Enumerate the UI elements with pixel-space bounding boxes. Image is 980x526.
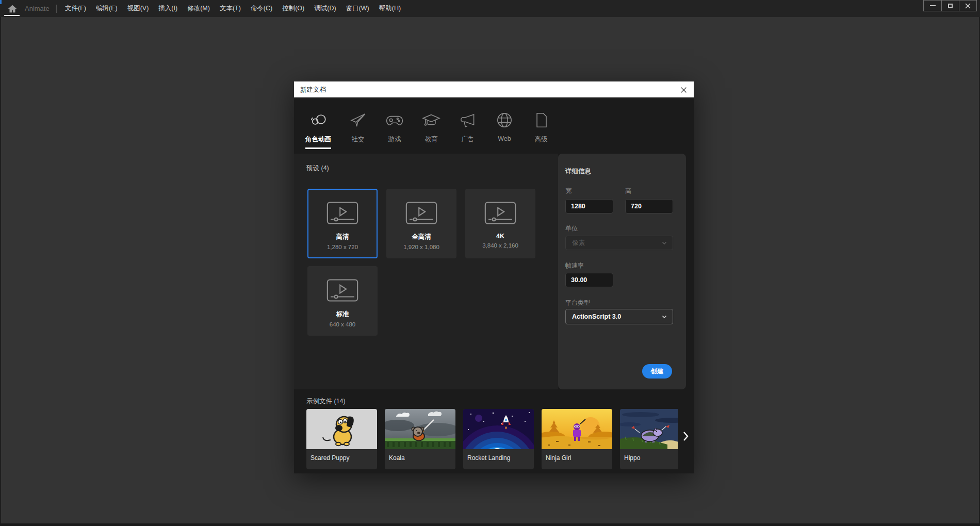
sample-name: Ninja Girl [546, 454, 612, 462]
sample-koala[interactable]: Koala [385, 409, 455, 469]
tab-advanced[interactable]: 高级 [531, 110, 551, 154]
megaphone-icon [458, 110, 478, 130]
window-corner-accent [0, 0, 2, 4]
sample-hippo[interactable]: Hippo [620, 409, 678, 469]
menu-item-window[interactable]: 窗口(W) [345, 0, 370, 17]
sample-rocket-landing[interactable]: Rocket Landing [463, 409, 534, 469]
dialog-content: 预设 (4) 高清 1,280 x 720 [294, 154, 694, 389]
platform-dropdown[interactable]: ActionScript 3.0 [565, 309, 673, 324]
minimize-icon [930, 5, 936, 6]
unit-label: 单位 [565, 224, 578, 233]
preset-name: 标准 [336, 310, 349, 319]
chevron-down-icon [661, 314, 667, 320]
video-preset-icon [326, 279, 358, 302]
details-panel: 详细信息 宽 高 单位 像素 帧速率 平台类型 ActionScript 3.0 [558, 154, 686, 389]
close-icon [965, 3, 971, 9]
preset-hd[interactable]: 高清 1,280 x 720 [307, 189, 378, 258]
menu-item-debug[interactable]: 调试(D) [313, 0, 337, 17]
menu-item-help[interactable]: 帮助(H) [378, 0, 402, 17]
preset-dimensions: 1,280 x 720 [327, 244, 358, 250]
tab-label: 广告 [462, 135, 475, 144]
main-menu: 文件(F) 编辑(E) 视图(V) 插入(I) 修改(M) 文本(T) 命令(C… [64, 0, 402, 17]
menu-item-control[interactable]: 控制(O) [281, 0, 305, 17]
ninja-girl-thumbnail [542, 409, 612, 449]
menu-item-modify[interactable]: 修改(M) [186, 0, 211, 17]
height-label: 高 [625, 187, 631, 195]
document-icon [531, 110, 551, 130]
platform-value: ActionScript 3.0 [572, 313, 621, 320]
presets-heading: 预设 (4) [306, 164, 329, 173]
framerate-label: 帧速率 [565, 261, 584, 270]
tab-web[interactable]: Web [495, 110, 514, 154]
tab-character-animation[interactable]: 角色动画 [305, 110, 331, 154]
samples-next-button[interactable] [680, 430, 691, 443]
tab-ads[interactable]: 广告 [458, 110, 478, 154]
category-tabs: 角色动画 社交 游戏 [294, 98, 694, 154]
menu-separator [56, 5, 57, 13]
tab-active-underline [305, 147, 331, 149]
maximize-button[interactable] [941, 1, 959, 11]
preset-full-hd[interactable]: 全高清 1,920 x 1,080 [386, 189, 456, 258]
menu-item-file[interactable]: 文件(F) [64, 0, 87, 17]
app-title: Animate [25, 0, 50, 17]
preset-dimensions: 640 x 480 [330, 321, 356, 327]
menu-item-insert[interactable]: 插入(I) [157, 0, 178, 17]
tab-education[interactable]: 教育 [421, 110, 441, 154]
tab-label: 教育 [425, 135, 438, 144]
unit-dropdown[interactable]: 像素 [565, 236, 673, 250]
preset-4k[interactable]: 4K 3,840 x 2,160 [465, 189, 535, 258]
menu-item-edit[interactable]: 编辑(E) [95, 0, 119, 17]
minimize-button[interactable] [924, 1, 941, 11]
dialog-title: 新建文档 [300, 81, 326, 98]
platform-label: 平台类型 [565, 299, 590, 307]
close-window-button[interactable] [959, 1, 976, 11]
sample-name: Hippo [624, 454, 678, 462]
menu-item-command[interactable]: 命令(C) [250, 0, 273, 17]
create-button[interactable]: 创建 [642, 364, 672, 379]
preset-dimensions: 3,840 x 2,160 [482, 242, 518, 249]
tab-label: 角色动画 [305, 135, 331, 144]
width-label: 宽 [565, 187, 571, 195]
window-edge [0, 17, 1, 526]
video-preset-icon [484, 202, 516, 224]
video-preset-icon [326, 202, 358, 224]
maximize-icon [948, 4, 953, 8]
hippo-thumbnail [620, 409, 678, 449]
home-active-underline [4, 15, 20, 16]
height-input[interactable] [625, 199, 673, 213]
tab-label: 社交 [352, 135, 365, 144]
menu-item-text[interactable]: 文本(T) [219, 0, 242, 17]
samples-viewport: Scared Puppy [306, 409, 678, 471]
preset-name: 全高清 [412, 233, 431, 241]
preset-name: 4K [496, 233, 504, 240]
preset-grid: 高清 1,280 x 720 全高清 1,920 x 1,080 [307, 189, 545, 336]
dialog-close-button[interactable] [677, 84, 690, 96]
character-animation-icon [308, 110, 328, 130]
sample-name: Scared Puppy [311, 454, 377, 462]
home-button[interactable] [4, 0, 21, 17]
chevron-right-icon [683, 431, 689, 441]
sample-ninja-girl[interactable]: Ninja Girl [542, 409, 612, 469]
tab-label: 游戏 [388, 135, 401, 144]
tab-social[interactable]: 社交 [348, 110, 368, 154]
new-document-dialog: 新建文档 角色动画 社交 [294, 81, 694, 473]
home-icon [7, 3, 18, 14]
presets-area: 预设 (4) 高清 1,280 x 720 [294, 154, 558, 389]
graduation-cap-icon [421, 110, 441, 130]
tab-games[interactable]: 游戏 [385, 110, 404, 154]
rocket-landing-thumbnail [463, 409, 534, 449]
width-input[interactable] [565, 199, 613, 213]
menu-item-view[interactable]: 视图(V) [126, 0, 150, 17]
window-controls [923, 0, 977, 11]
globe-icon [495, 110, 514, 130]
sample-name: Rocket Landing [467, 454, 534, 462]
samples-rail: Scared Puppy [306, 409, 678, 469]
menu-bar: Animate 文件(F) 编辑(E) 视图(V) 插入(I) 修改(M) 文本… [0, 0, 980, 17]
details-heading: 详细信息 [565, 167, 591, 176]
dialog-titlebar: 新建文档 [294, 81, 694, 98]
framerate-input[interactable] [565, 273, 613, 287]
sample-scared-puppy[interactable]: Scared Puppy [306, 409, 377, 469]
koala-thumbnail [385, 409, 455, 449]
sample-name: Koala [389, 454, 455, 462]
preset-standard[interactable]: 标准 640 x 480 [307, 266, 378, 336]
